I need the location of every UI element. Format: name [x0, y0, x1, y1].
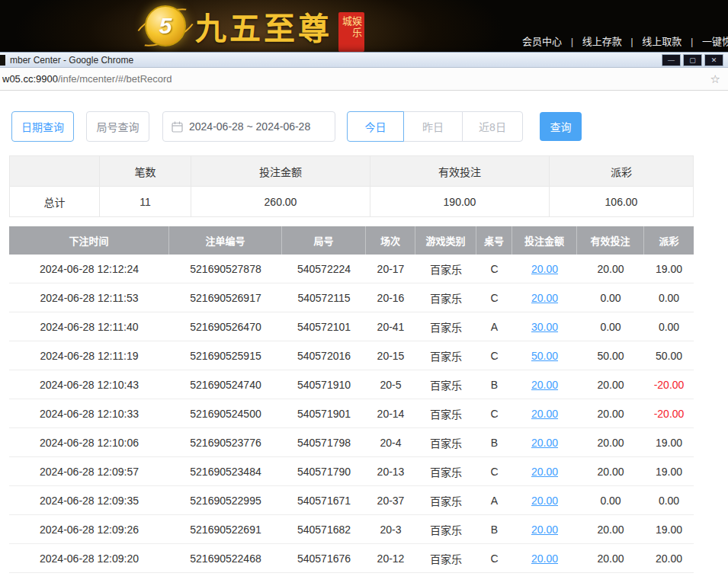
page-url[interactable]: w05.cc:9900/infe/mcenter/#/betRecord [2, 73, 172, 85]
today-button[interactable]: 今日 [347, 111, 404, 142]
cell-session: 20-12 [366, 544, 415, 572]
cell-order-number: 521690524500 [169, 399, 282, 427]
bet-amount-link[interactable]: 30.00 [531, 321, 558, 333]
cell-valid-bet: 0.00 [577, 486, 644, 514]
cell-payout: 50.00 [644, 341, 694, 370]
cell-round-number: 540571798 [282, 428, 366, 456]
cell-round-number: 540571682 [282, 515, 366, 543]
cell-table-code: C [476, 341, 512, 370]
cell-round-number: 540572101 [282, 312, 366, 341]
bet-amount-link[interactable]: 20.00 [531, 495, 558, 507]
cell-game-type: 百家乐 [415, 399, 476, 427]
bet-table-body: 2024-06-28 12:12:24 521690527878 5405722… [9, 255, 694, 573]
close-button[interactable]: ✕ [704, 54, 723, 66]
bet-amount-link[interactable]: 20.00 [531, 552, 558, 565]
table-row: 2024-06-28 12:09:35 521690522995 5405716… [9, 486, 694, 515]
cell-bet-amount: 50.00 [512, 341, 577, 370]
cell-bet-amount: 20.00 [512, 255, 577, 283]
bet-table-header-cell: 局号 [282, 226, 366, 255]
bet-amount-link[interactable]: 20.00 [531, 408, 558, 420]
bet-table-header-cell: 下注时间 [9, 226, 169, 255]
bet-table-header-cell: 游戏类别 [415, 226, 476, 255]
bet-amount-link[interactable]: 20.00 [531, 379, 558, 391]
cell-valid-bet: 20.00 [577, 399, 644, 427]
cell-game-type: 百家乐 [415, 457, 476, 485]
summary-cell: 总计 [10, 187, 100, 216]
quick-range-button-group: 今日 昨日 近8日 [347, 111, 523, 142]
cell-session: 20-5 [366, 370, 415, 399]
bet-table-header-cell: 有效投注 [577, 226, 644, 255]
nav-separator: | [691, 36, 693, 47]
cell-payout: 19.00 [644, 457, 694, 485]
cell-bet-amount: 20.00 [512, 283, 577, 312]
cell-round-number: 540571790 [282, 457, 366, 485]
cell-bet-amount: 20.00 [512, 399, 577, 427]
summary-total-row: 总计 11 260.00 190.00 106.00 [10, 187, 693, 216]
cell-session: 20-3 [366, 515, 415, 543]
nav-item[interactable]: 一键恢复 [702, 36, 728, 47]
cell-bet-amount: 30.00 [512, 312, 577, 341]
nav-item[interactable]: 会员中心 [522, 36, 562, 47]
bet-amount-link[interactable]: 20.00 [531, 466, 558, 478]
table-row: 2024-06-28 12:10:43 521690524740 5405719… [9, 370, 694, 399]
nav-item[interactable]: 线上取款 [642, 36, 681, 47]
table-row: 2024-06-28 12:09:20 521690522468 5405716… [9, 544, 694, 573]
bet-amount-link[interactable]: 20.00 [531, 263, 558, 275]
minimize-button[interactable]: — [662, 54, 681, 66]
window-title: mber Center - Google Chrome [10, 55, 133, 66]
cell-valid-bet: 20.00 [577, 457, 644, 485]
cell-game-type: 百家乐 [415, 283, 476, 312]
bet-record-table: 下注时间 注单编号 局号 场次 游戏类别 桌号 投注金额 有效投注 派彩 [9, 226, 694, 573]
cell-order-number: 521690523484 [169, 457, 282, 485]
cell-game-type: 百家乐 [415, 341, 476, 370]
cell-game-type: 百家乐 [415, 255, 476, 283]
date-range-input[interactable]: 2024-06-28 ~ 2024-06-28 [162, 111, 335, 142]
cell-valid-bet: 20.00 [577, 370, 644, 399]
cell-payout: -20.00 [644, 399, 694, 427]
site-badge: 娱乐城 [338, 12, 364, 52]
cell-round-number: 540571901 [282, 399, 366, 427]
cell-table-code: B [476, 370, 512, 399]
favicon-icon [0, 55, 5, 66]
date-query-button[interactable]: 日期查询 [11, 111, 74, 142]
cell-bet-time: 2024-06-28 12:10:06 [9, 428, 169, 456]
cell-table-code: A [476, 312, 512, 341]
round-query-button[interactable]: 局号查询 [86, 111, 149, 142]
table-row: 2024-06-28 12:09:57 521690523484 5405717… [9, 457, 694, 486]
cell-game-type: 百家乐 [415, 312, 476, 341]
cell-valid-bet: 20.00 [577, 428, 644, 456]
nav-separator: | [630, 36, 633, 47]
yesterday-button[interactable]: 昨日 [403, 111, 463, 142]
nav-item[interactable]: 线上存款 [582, 36, 622, 47]
bet-amount-link[interactable]: 20.00 [531, 524, 558, 536]
summary-header-cell: 笔数 [100, 156, 191, 186]
cell-bet-amount: 20.00 [512, 544, 577, 572]
bet-amount-link[interactable]: 20.00 [531, 437, 558, 449]
maximize-button[interactable]: ▢ [683, 54, 702, 66]
summary-header-cell: 有效投注 [370, 156, 550, 186]
last8days-button[interactable]: 近8日 [462, 111, 523, 142]
top-nav: 会员中心 | 线上存款 | 线上取款 | 一键恢复 [522, 34, 728, 48]
cell-round-number: 540571676 [282, 544, 366, 572]
bet-table-header-cell: 注单编号 [169, 226, 282, 255]
address-bar[interactable]: w05.cc:9900/infe/mcenter/#/betRecord ☆ [0, 68, 728, 91]
search-button[interactable]: 查询 [540, 112, 582, 141]
table-row: 2024-06-28 12:11:53 521690526917 5405721… [9, 283, 694, 312]
cell-bet-time: 2024-06-28 12:11:53 [9, 283, 169, 312]
cell-valid-bet: 20.00 [577, 515, 644, 543]
cell-table-code: C [476, 255, 512, 283]
summary-cell: 11 [100, 187, 191, 216]
cell-table-code: C [476, 457, 512, 485]
nav-separator: | [571, 36, 573, 47]
table-row: 2024-06-28 12:09:26 521690522691 5405716… [9, 515, 694, 544]
cell-order-number: 521690526470 [169, 312, 282, 341]
filter-bar: 日期查询 局号查询 2024-06-28 ~ 2024-06-28 今日 昨日 … [11, 111, 728, 142]
bookmark-star-icon[interactable]: ☆ [710, 72, 720, 86]
cell-table-code: C [476, 399, 512, 427]
bet-amount-link[interactable]: 50.00 [531, 350, 558, 362]
calendar-icon [172, 121, 183, 133]
summary-cell: 260.00 [191, 187, 370, 216]
cell-order-number: 521690525915 [169, 341, 282, 370]
bet-amount-link[interactable]: 20.00 [531, 292, 558, 304]
cell-order-number: 521690523776 [169, 428, 282, 456]
